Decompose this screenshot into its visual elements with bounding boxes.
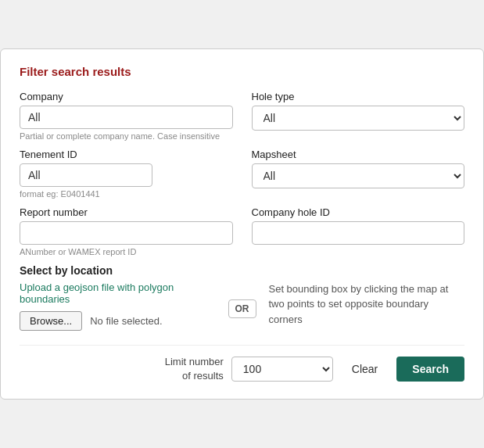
mapsheet-select[interactable]: All — [252, 163, 465, 188]
tenement-input[interactable] — [20, 163, 152, 187]
tenement-label: Tenement ID — [20, 149, 233, 160]
location-left-text: Upload a geojson file with polygon bound… — [20, 281, 216, 305]
limit-label: Limit numberof results — [165, 355, 224, 383]
location-row: Upload a geojson file with polygon bound… — [20, 281, 464, 331]
report-holeid-row: Report number ANumber or WAMEX report ID… — [20, 206, 464, 256]
tenement-hint: format eg: E0401441 — [20, 189, 233, 199]
company-holetype-row: Company Partial or complete company name… — [20, 91, 464, 141]
no-file-text: No file selected. — [90, 315, 163, 327]
footer-row: Limit numberof results 100 250 500 1000 … — [20, 345, 464, 383]
tenement-group: Tenement ID format eg: E0401441 — [20, 149, 233, 199]
browse-button[interactable]: Browse... — [20, 311, 82, 331]
location-section-title: Select by location — [20, 264, 464, 277]
hole-type-label: Hole type — [252, 91, 465, 102]
tenement-mapsheet-row: Tenement ID format eg: E0401441 Mapsheet… — [20, 149, 464, 199]
panel-title: Filter search results — [20, 65, 464, 78]
report-number-group: Report number ANumber or WAMEX report ID — [20, 206, 233, 256]
company-label: Company — [20, 91, 233, 102]
company-hole-id-group: Company hole ID — [252, 206, 465, 256]
company-hint: Partial or complete company name. Case i… — [20, 131, 233, 141]
limit-select[interactable]: 100 250 500 1000 — [231, 357, 333, 382]
browse-row: Browse... No file selected. — [20, 311, 216, 331]
report-number-input[interactable] — [20, 221, 233, 245]
clear-button[interactable]: Clear — [341, 357, 389, 382]
location-right: Set bounding box by clicking the map at … — [269, 281, 465, 328]
location-right-text: Set bounding box by clicking the map at … — [269, 281, 465, 328]
company-input[interactable] — [20, 106, 233, 129]
report-number-hint: ANumber or WAMEX report ID — [20, 247, 233, 256]
mapsheet-label: Mapsheet — [252, 149, 465, 160]
location-left: Upload a geojson file with polygon bound… — [20, 281, 216, 331]
or-badge: OR — [228, 299, 256, 318]
search-button[interactable]: Search — [396, 357, 464, 382]
company-hole-id-input[interactable] — [252, 221, 465, 245]
report-number-label: Report number — [20, 206, 233, 218]
company-hole-id-label: Company hole ID — [252, 206, 465, 218]
hole-type-group: Hole type All — [252, 91, 465, 141]
company-group: Company Partial or complete company name… — [20, 91, 233, 141]
hole-type-select[interactable]: All — [252, 106, 465, 131]
filter-panel: Filter search results Company Partial or… — [0, 48, 484, 400]
mapsheet-group: Mapsheet All — [252, 149, 465, 199]
